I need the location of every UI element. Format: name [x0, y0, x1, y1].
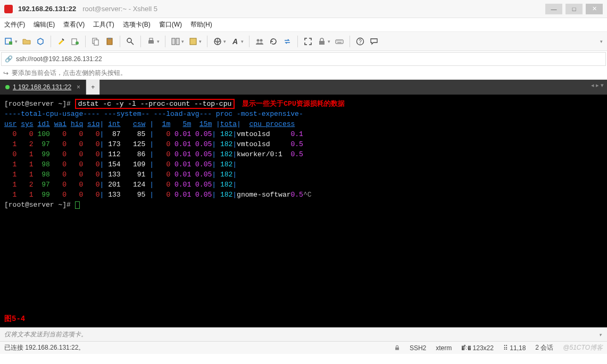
reconnect-icon[interactable]: [35, 36, 46, 47]
cursor-icon: [75, 201, 80, 209]
fullscreen-icon[interactable]: [302, 36, 314, 47]
maximize-button[interactable]: □: [566, 4, 583, 14]
send-bar[interactable]: 仅将文本发送到当前选项卡。 ▾: [0, 327, 607, 341]
users-icon[interactable]: [254, 36, 265, 47]
font-icon[interactable]: A: [229, 36, 241, 47]
lock-icon[interactable]: [316, 36, 328, 47]
layout-icon[interactable]: [170, 36, 181, 47]
toolbar: ▾ ▾ ▾ ▾ ▾ A▾ ▾ ? ▾: [0, 32, 607, 51]
tab-bar: 1 192.168.26.131:22 × + ◂ ▸ ▾: [0, 80, 607, 95]
address-text: ssh://root@192.168.26.131:22: [16, 55, 102, 63]
data-row: 0 1 99 0 0 0| 112 86 | 0 0.01 0.05| 182|…: [4, 149, 603, 159]
find-icon[interactable]: [124, 36, 136, 47]
session-tab[interactable]: 1 192.168.26.131:22 ×: [0, 80, 86, 95]
svg-rect-21: [395, 347, 399, 350]
status-protocol: SSH2: [410, 344, 426, 352]
add-tab-button[interactable]: +: [86, 80, 100, 95]
title-host: 192.168.26.131:22: [18, 5, 76, 13]
title-bar: 192.168.26.131:22 root@server:~ - Xshell…: [0, 0, 607, 18]
status-term: xterm: [436, 344, 452, 352]
svg-point-15: [257, 39, 260, 41]
keyboard-icon[interactable]: [334, 36, 345, 47]
data-row: 1 1 98 0 0 0| 133 91 | 0 0.01 0.05| 182|: [4, 170, 603, 180]
svg-rect-7: [108, 38, 111, 39]
watermark: @51CTO博客: [563, 343, 603, 352]
arrow-tip-icon[interactable]: ↪: [3, 70, 9, 77]
chat-icon[interactable]: [368, 36, 380, 47]
minimize-button[interactable]: —: [545, 4, 562, 14]
data-row: 1 2 97 0 0 0| 201 124 | 0 0.01 0.05| 182…: [4, 180, 603, 190]
tab-close-icon[interactable]: ×: [77, 83, 80, 91]
title-app: root@server:~ - Xshell 5: [82, 5, 157, 13]
menu-bar: 文件(F) 编辑(E) 查看(V) 工具(T) 选项卡(B) 窗口(W) 帮助(…: [0, 18, 607, 32]
refresh-icon[interactable]: [268, 36, 279, 47]
address-bar[interactable]: 🔗 ssh://root@192.168.26.131:22: [1, 52, 606, 66]
status-cursor: ⠿ 11,18: [503, 344, 526, 352]
copy-icon[interactable]: [90, 36, 102, 47]
svg-rect-1: [9, 41, 12, 45]
svg-point-3: [76, 41, 79, 45]
open-icon[interactable]: [21, 36, 32, 47]
prompt-2: [root@server ~]#: [4, 201, 75, 209]
menu-view[interactable]: 查看(V): [63, 20, 85, 29]
tab-nav-arrows[interactable]: ◂ ▸ ▾: [591, 82, 604, 89]
menu-window[interactable]: 窗口(W): [159, 20, 182, 29]
tip-text: 要添加当前会话，点击左侧的箭头按钮。: [12, 69, 127, 78]
command-highlight: dstat -c -y -l --proc-count --top-cpu: [75, 99, 235, 109]
close-button[interactable]: ✕: [586, 4, 603, 14]
data-row: 1 2 97 0 0 0| 173 125 | 0 0.01 0.05| 182…: [4, 139, 603, 149]
figure-label: 图5-4: [4, 314, 25, 324]
send-bar-text: 仅将文本发送到当前选项卡。: [4, 330, 87, 339]
data-row: 0 0 100 0 0 0| 87 85 | 0 0.01 0.05| 182|…: [4, 129, 603, 139]
header-columns: usr sys idl wai hiq siq| int csw | 1m 5m…: [4, 119, 603, 129]
print-icon[interactable]: [145, 36, 157, 47]
svg-point-8: [127, 38, 131, 43]
menu-help[interactable]: 帮助(H): [190, 20, 212, 29]
terminal[interactable]: [root@server ~]# dstat -c -y -l --proc-c…: [0, 95, 607, 327]
new-session-icon[interactable]: [3, 36, 15, 47]
menu-tools[interactable]: 工具(T): [93, 20, 114, 29]
properties-icon[interactable]: [69, 36, 81, 47]
tip-bar: ↪ 要添加当前会话，点击左侧的箭头按钮。: [0, 67, 607, 80]
highlight-icon[interactable]: [55, 36, 67, 47]
status-lock-icon: [394, 344, 400, 352]
paste-icon[interactable]: [104, 36, 115, 47]
status-connection: 已连接 192.168.26.131:22。: [4, 343, 85, 352]
menu-file[interactable]: 文件(F): [4, 20, 25, 29]
toolbar-overflow-icon[interactable]: ▾: [600, 39, 603, 44]
status-size: �ి� 123x22: [461, 344, 494, 352]
help-icon[interactable]: ?: [354, 36, 366, 47]
globe-icon[interactable]: [212, 36, 223, 47]
tab-label: 1 192.168.26.131:22: [13, 83, 71, 91]
prompt: [root@server ~]#: [4, 100, 75, 108]
color-icon[interactable]: [187, 36, 199, 47]
status-sessions: 2 会话: [535, 343, 553, 352]
app-logo-icon: [4, 5, 13, 13]
send-bar-dropdown-icon[interactable]: ▾: [599, 332, 602, 337]
svg-rect-11: [172, 38, 175, 45]
svg-rect-18: [336, 40, 343, 44]
data-row: 1 1 98 0 0 0| 154 109 | 0 0.01 0.05| 182…: [4, 159, 603, 170]
menu-tabs[interactable]: 选项卡(B): [123, 20, 151, 29]
header-groups: ----total-cpu-usage---- ---system-- ---l…: [4, 109, 603, 119]
status-dot-icon: [5, 85, 10, 89]
svg-point-16: [260, 39, 263, 41]
svg-text:?: ?: [359, 39, 362, 45]
svg-rect-12: [176, 38, 179, 45]
annotation: 显示一些关于CPU资源损耗的数据: [242, 100, 344, 108]
svg-rect-5: [94, 40, 98, 45]
data-row: 1 1 99 0 0 0| 133 95 | 0 0.01 0.05| 182|…: [4, 190, 603, 200]
svg-rect-10: [149, 38, 153, 40]
svg-rect-9: [148, 40, 154, 44]
svg-rect-13: [190, 38, 196, 45]
link-icon: 🔗: [5, 55, 13, 63]
transfer-icon[interactable]: [281, 36, 293, 47]
menu-edit[interactable]: 编辑(E): [34, 20, 55, 29]
status-bar: 已连接 192.168.26.131:22。 SSH2 xterm �ి� 12…: [0, 341, 607, 354]
svg-rect-17: [319, 41, 325, 45]
